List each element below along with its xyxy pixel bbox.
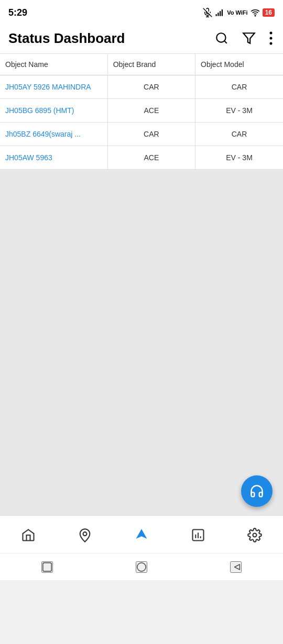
cell-object-brand: CAR xyxy=(107,123,195,146)
svg-marker-10 xyxy=(243,33,255,43)
cell-object-name[interactable]: JH05BG 6895 (HMT) xyxy=(0,99,107,123)
cell-object-brand: ACE xyxy=(107,146,195,170)
svg-point-11 xyxy=(270,32,273,35)
svg-rect-4 xyxy=(217,13,219,16)
cell-object-brand: CAR xyxy=(107,75,195,99)
battery-icon: 16 xyxy=(263,8,275,17)
app-bar: Status Dashboard xyxy=(0,23,283,54)
nav-chart[interactable] xyxy=(170,528,226,542)
table-row[interactable]: JH05AW 5963 ACE EV - 3M xyxy=(0,146,283,170)
app-bar-actions xyxy=(213,29,275,47)
svg-rect-3 xyxy=(216,14,217,16)
cell-object-model: EV - 3M xyxy=(195,146,283,170)
home-icon xyxy=(21,528,36,542)
table-row[interactable]: JH05BG 6895 (HMT) ACE EV - 3M xyxy=(0,99,283,123)
col-header-object-name: Object Name xyxy=(0,54,107,75)
svg-rect-6 xyxy=(222,9,223,16)
data-table: Object Name Object Brand Object Model JH… xyxy=(0,54,283,170)
table-row[interactable]: JH05AY 5926 MAHINDRA CAR CAR xyxy=(0,75,283,99)
system-home-circle[interactable] xyxy=(136,561,147,573)
settings-icon xyxy=(247,528,262,542)
svg-point-12 xyxy=(270,37,273,40)
bottom-nav xyxy=(0,515,283,553)
nav-navigate[interactable] xyxy=(113,528,170,542)
col-header-object-brand: Object Brand xyxy=(107,54,195,75)
search-button[interactable] xyxy=(213,29,231,47)
cell-object-model: CAR xyxy=(195,75,283,99)
svg-point-22 xyxy=(137,562,146,571)
system-back-square[interactable] xyxy=(41,561,53,573)
triangle-icon xyxy=(231,561,241,573)
svg-point-7 xyxy=(255,15,256,16)
mute-icon xyxy=(203,8,212,17)
app-bar-title: Status Dashboard xyxy=(8,30,125,47)
navigate-icon xyxy=(134,528,149,542)
cell-object-brand: ACE xyxy=(107,99,195,123)
cell-object-name[interactable]: Jh05BZ 6649(swaraj ... xyxy=(0,123,107,146)
fab-button[interactable] xyxy=(241,475,273,507)
cell-object-name[interactable]: JH05AY 5926 MAHINDRA xyxy=(0,75,107,99)
more-options-button[interactable] xyxy=(267,29,275,47)
cell-object-name[interactable]: JH05AW 5963 xyxy=(0,146,107,170)
headset-icon xyxy=(249,484,264,498)
system-back-triangle[interactable] xyxy=(230,561,242,573)
svg-point-20 xyxy=(253,533,257,537)
content-area xyxy=(0,170,283,473)
search-icon xyxy=(215,31,228,45)
fab-container xyxy=(0,473,283,515)
chart-icon xyxy=(191,528,205,542)
nav-home[interactable] xyxy=(0,528,57,542)
svg-rect-5 xyxy=(220,11,221,16)
more-options-icon xyxy=(269,31,273,45)
svg-point-8 xyxy=(216,33,225,42)
wifi-icon xyxy=(251,8,260,17)
svg-marker-23 xyxy=(235,564,240,570)
filter-icon xyxy=(242,31,256,45)
table-header-row: Object Name Object Brand Object Model xyxy=(0,54,283,75)
vo-wifi-label: Vo WiFi xyxy=(227,9,247,16)
svg-point-14 xyxy=(83,532,87,536)
svg-point-13 xyxy=(270,42,273,45)
status-icons: Vo WiFi 16 xyxy=(203,8,275,17)
status-time: 5:29 xyxy=(8,7,27,18)
circle-icon xyxy=(137,561,146,573)
square-icon xyxy=(42,561,52,573)
cell-object-model: EV - 3M xyxy=(195,99,283,123)
svg-marker-15 xyxy=(136,529,147,539)
nav-location[interactable] xyxy=(57,528,113,542)
system-nav-bar xyxy=(0,553,283,580)
status-bar: 5:29 Vo WiFi 16 xyxy=(0,0,283,23)
table-row[interactable]: Jh05BZ 6649(swaraj ... CAR CAR xyxy=(0,123,283,146)
filter-button[interactable] xyxy=(240,29,258,47)
cell-object-model: CAR xyxy=(195,123,283,146)
location-icon xyxy=(78,528,92,542)
nav-settings[interactable] xyxy=(226,528,283,542)
svg-line-9 xyxy=(224,41,227,43)
svg-rect-21 xyxy=(43,562,51,571)
col-header-object-model: Object Model xyxy=(195,54,283,75)
signal-icon xyxy=(215,8,224,17)
battery-level: 16 xyxy=(265,9,272,16)
